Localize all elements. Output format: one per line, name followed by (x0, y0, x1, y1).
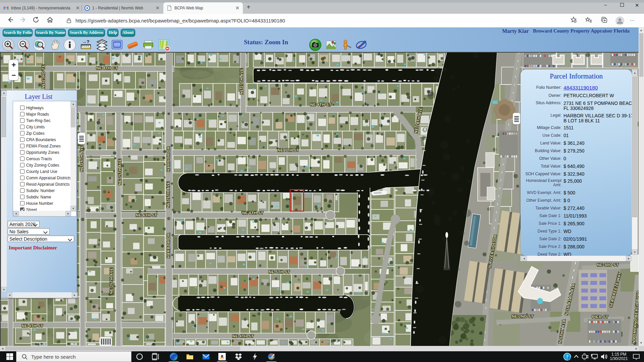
svg-text:NE 25TH AVE: NE 25TH AVE (109, 268, 113, 294)
svg-text:i: i (569, 357, 570, 360)
svg-text:NE 27TH AVE: NE 27TH AVE (239, 68, 244, 95)
svg-text:NE 5TH ST: NE 5TH ST (269, 270, 290, 274)
svg-text:NE 6TH ST: NE 6TH ST (242, 211, 263, 215)
svg-text:NE 24TH AVE: NE 24TH AVE (79, 145, 84, 172)
svg-text:NE 2ND ST: NE 2ND ST (512, 314, 534, 318)
svg-text:NE 8TH CT: NE 8TH CT (96, 66, 118, 70)
svg-text:NE 3RD ST: NE 3RD ST (597, 263, 619, 267)
svg-text:NE 4TH ST: NE 4TH ST (22, 324, 43, 328)
svg-text:NE 8TH ST: NE 8TH ST (310, 103, 331, 107)
svg-text:a: a (221, 353, 223, 359)
svg-text:NE 4TH ST: NE 4TH ST (232, 334, 254, 338)
svg-text:HARBOR DR: HARBOR DR (166, 146, 170, 172)
svg-text:↔?: ↔? (83, 39, 90, 44)
svg-text:NE 23RD TE: NE 23RD TE (41, 65, 45, 88)
svg-text:NE 26TH AVE: NE 26TH AVE (166, 182, 170, 208)
svg-text:PIER ST: PIER ST (592, 315, 608, 319)
svg-text:NE 6TH ST: NE 6TH ST (136, 213, 157, 217)
svg-text:NE 25TH AVE: NE 25TH AVE (118, 159, 122, 185)
svg-text:HARBOR DR: HARBOR DR (166, 233, 170, 258)
svg-text:NE 7TH ST: NE 7TH ST (278, 148, 299, 152)
